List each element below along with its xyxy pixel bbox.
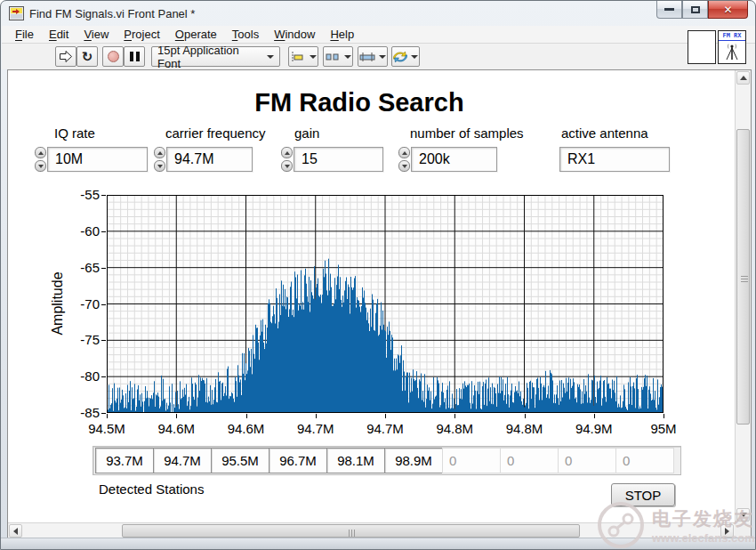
decrement-button[interactable] — [281, 160, 293, 172]
down-arrow-icon — [157, 165, 163, 168]
pause-icon — [130, 52, 140, 61]
station-cell[interactable]: 96.7M — [269, 448, 327, 473]
iq-rate-spinner — [35, 147, 46, 172]
y-tick-mark — [101, 231, 106, 232]
number-of-samples-label: number of samples — [410, 125, 524, 141]
horizontal-scrollbar[interactable] — [8, 522, 735, 538]
resize-objects-button[interactable] — [358, 46, 388, 67]
station-cell[interactable]: 95.5M — [211, 448, 269, 473]
menu-file[interactable]: File — [15, 28, 34, 41]
carrier-frequency-field[interactable]: 94.7M — [166, 147, 253, 172]
right-arrow-icon — [725, 528, 729, 535]
active-antenna-label: active antenna — [561, 125, 648, 141]
y-tick-label: -70 — [64, 296, 100, 311]
front-panel-client: FM Radio Search IQ rate carrier frequenc… — [7, 69, 752, 539]
run-icon — [59, 50, 73, 63]
x-tick-label: 94.9M — [575, 421, 613, 436]
increment-button[interactable] — [398, 147, 410, 158]
decrement-button[interactable] — [35, 160, 46, 172]
menu-bar: FileEditViewProjectOperateToolsWindowHel… — [2, 26, 756, 44]
decrement-button[interactable] — [398, 160, 410, 172]
distribute-objects-button[interactable] — [323, 46, 353, 67]
menu-window[interactable]: Window — [274, 28, 315, 41]
station-cell[interactable]: 94.7M — [153, 448, 212, 473]
x-tick-label: 94.7M — [366, 421, 404, 436]
menu-operate[interactable]: Operate — [175, 28, 217, 41]
x-tick-mark — [316, 414, 317, 418]
station-cell[interactable]: 0 — [615, 448, 674, 473]
y-tick-label: -80 — [64, 368, 100, 384]
close-icon: ✕ — [723, 4, 732, 16]
iq-rate-label: IQ rate — [54, 125, 95, 141]
vi-icon-editor[interactable]: FM RX — [718, 30, 746, 64]
decrement-button[interactable] — [154, 160, 165, 172]
run-continuously-button[interactable]: ↻ — [76, 46, 98, 67]
minimize-button[interactable] — [656, 1, 682, 19]
up-arrow-icon — [740, 76, 747, 80]
y-tick-mark — [101, 340, 106, 341]
carrier-frequency-spinner — [154, 147, 165, 172]
title-bar[interactable]: Find FM Signals.vi Front Panel * ✕ — [1, 1, 755, 26]
distribute-objects-icon — [325, 51, 341, 63]
horizontal-scroll-thumb[interactable] — [122, 524, 580, 538]
toolbar: ↻ 15pt Application Font — [2, 44, 756, 69]
pause-button[interactable] — [124, 46, 145, 67]
window-title: Find FM Signals.vi Front Panel * — [29, 7, 195, 20]
vertical-scroll-thumb[interactable] — [736, 129, 750, 425]
increment-button[interactable] — [35, 147, 46, 158]
number-of-samples-field[interactable]: 200k — [411, 147, 497, 172]
x-tick-label: 94.6M — [228, 421, 265, 436]
scroll-down-button[interactable] — [736, 508, 750, 522]
reorder-objects-button[interactable] — [391, 46, 420, 67]
station-cell[interactable]: 0 — [558, 448, 616, 473]
iq-rate-field[interactable]: 10M — [47, 147, 148, 172]
x-tick-label: 94.8M — [506, 421, 543, 436]
antenna-icon — [723, 43, 741, 62]
front-panel: FM Radio Search IQ rate carrier frequenc… — [8, 70, 735, 522]
font-selector[interactable]: 15pt Application Font — [151, 46, 280, 67]
increment-button[interactable] — [281, 147, 293, 158]
menu-tools[interactable]: Tools — [232, 28, 259, 41]
vi-icon-label: FM RX — [719, 31, 745, 41]
menu-help[interactable]: Help — [330, 28, 354, 41]
station-cell[interactable]: 93.7M — [95, 448, 154, 473]
window-bottom-frame — [1, 538, 755, 549]
labview-front-panel-window: Find FM Signals.vi Front Panel * ✕ FileE… — [0, 0, 756, 550]
x-tick-mark — [664, 414, 664, 418]
labview-vi-icon — [9, 6, 24, 20]
y-tick-mark — [101, 413, 106, 414]
scroll-up-button[interactable] — [736, 71, 750, 85]
number-of-samples-spinner — [398, 147, 410, 172]
up-arrow-icon — [157, 151, 163, 155]
abort-button[interactable] — [102, 46, 124, 67]
increment-button[interactable] — [154, 147, 165, 158]
x-tick-mark — [594, 414, 595, 418]
maximize-button[interactable] — [682, 1, 708, 19]
active-antenna-field[interactable]: RX1 — [559, 147, 670, 172]
menu-edit[interactable]: Edit — [49, 28, 68, 41]
menu-view[interactable]: View — [84, 28, 109, 41]
x-tick-mark — [107, 414, 108, 418]
x-tick-label: 94.6M — [157, 421, 195, 436]
gain-field[interactable]: 15 — [294, 147, 383, 172]
station-cell[interactable]: 98.9M — [384, 448, 443, 473]
detected-stations-label: Detected Stations — [99, 481, 204, 497]
scrollbar-corner — [735, 522, 751, 538]
align-objects-button[interactable] — [288, 46, 318, 67]
stop-button[interactable]: STOP — [611, 483, 675, 506]
station-cell[interactable]: 98.1M — [326, 448, 385, 473]
x-tick-mark — [176, 414, 177, 418]
x-tick-mark — [454, 414, 455, 418]
station-cell[interactable]: 0 — [442, 448, 501, 473]
scroll-left-button[interactable] — [9, 524, 22, 538]
menu-project[interactable]: Project — [124, 28, 159, 41]
close-button[interactable]: ✕ — [708, 1, 748, 19]
run-button[interactable] — [55, 46, 76, 67]
scroll-right-button[interactable] — [720, 524, 734, 538]
vertical-scrollbar[interactable] — [735, 70, 751, 522]
station-cell[interactable]: 0 — [500, 448, 559, 473]
x-tick-label: 94.5M — [88, 421, 125, 436]
connector-pane-box[interactable] — [688, 30, 716, 64]
maximize-icon — [691, 6, 700, 13]
x-tick-label: 94.8M — [436, 421, 473, 436]
